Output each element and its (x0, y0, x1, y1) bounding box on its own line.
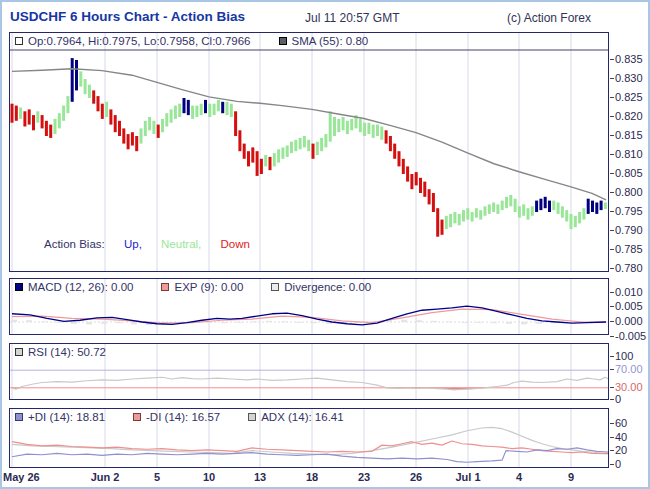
y-tick-label: 0.830 (615, 72, 643, 84)
x-tick-label: 9 (568, 471, 574, 483)
x-tick-label: 26 (410, 471, 422, 483)
adx-legend-label: ADX (14): 16.41 (261, 411, 343, 423)
x-tick-label: 10 (203, 471, 215, 483)
action-bias-neutral-label: Neutral, (161, 238, 201, 250)
action-bias-label: Action Bias: (44, 238, 105, 250)
x-tick-label: 5 (154, 471, 160, 483)
minus-di-legend-swatch-icon (133, 413, 141, 421)
rsi-legend-item: RSI (14): 50.72 (15, 346, 106, 358)
di-adx-legend: +DI (14): 18.81 -DI (14): 16.57 ADX (14)… (15, 411, 344, 423)
page-title: USDCHF 6 Hours Chart - Action Bias (10, 9, 245, 24)
rsi-legend: RSI (14): 50.72 (15, 346, 106, 358)
divergence-legend-item: Divergence: 0.00 (271, 281, 371, 293)
divergence-legend-swatch-icon (271, 283, 279, 291)
rsi-legend-swatch-icon (15, 348, 23, 356)
macd-y-axis: 0.0100.0050.000-0.005 (611, 278, 650, 340)
y-tick-label: 0.835 (615, 53, 643, 65)
minus-di-legend-item: -DI (14): 16.57 (133, 411, 220, 423)
divergence-legend-label: Divergence: 0.00 (284, 281, 371, 293)
ohlc-legend-item: Op:0.7964, Hi:0.7975, Lo:0.7958, Cl:0.79… (15, 35, 251, 47)
exp-legend-label: EXP (9): 0.00 (174, 281, 243, 293)
minus-di-legend-label: -DI (14): 16.57 (146, 411, 220, 423)
plus-di-legend-label: +DI (14): 18.81 (28, 411, 105, 423)
y-tick-label: 0.820 (615, 110, 643, 122)
macd-panel: MACD (12, 26): 0.00 EXP (9): 0.00 Diverg… (9, 278, 609, 335)
rsi-legend-label: RSI (14): 50.72 (28, 346, 106, 358)
main-y-axis: 0.8350.8300.8250.8200.8150.8100.8050.800… (611, 32, 650, 272)
y-tick-label: 100 (615, 350, 633, 362)
x-tick-label: May 26 (3, 471, 40, 483)
x-tick-label: 4 (516, 471, 522, 483)
main-chart-legend: Op:0.7964, Hi:0.7975, Lo:0.7958, Cl:0.79… (15, 35, 368, 47)
macd-legend-item: MACD (12, 26): 0.00 (15, 281, 133, 293)
chart-timestamp: Jul 11 20:57 GMT (305, 11, 400, 25)
candlestick-plot (10, 33, 608, 271)
y-tick-label: 70.00 (615, 363, 643, 375)
x-tick-label: 23 (358, 471, 370, 483)
macd-legend-swatch-icon (15, 283, 23, 291)
y-tick-label: 0.810 (615, 148, 643, 160)
action-bias-down-label: Down (221, 238, 250, 250)
macd-legend-label: MACD (12, 26): 0.00 (28, 281, 133, 293)
plus-di-legend-swatch-icon (15, 413, 23, 421)
sma-legend-item: SMA (55): 0.80 (279, 35, 369, 47)
y-tick-label: 0.005 (615, 300, 643, 312)
action-bias-key: Action Bias: Up, Neutral, Down (44, 238, 250, 250)
di-adx-panel: +DI (14): 18.81 -DI (14): 16.57 ADX (14)… (9, 408, 609, 468)
x-tick-label: Jul 1 (455, 471, 480, 483)
x-axis: May 26Jun 251013182326Jul 149 (2, 471, 650, 489)
action-bias-up-label: Up, (124, 238, 142, 250)
exp-legend-item: EXP (9): 0.00 (161, 281, 243, 293)
y-tick-label: 0.815 (615, 129, 643, 141)
rsi-panel: RSI (14): 50.72 (9, 343, 609, 400)
plus-di-legend-item: +DI (14): 18.81 (15, 411, 105, 423)
sma-legend-swatch-icon (279, 37, 287, 45)
y-tick-label: -0.005 (615, 330, 646, 342)
exp-legend-swatch-icon (161, 283, 169, 291)
y-tick-label: 0.795 (615, 205, 643, 217)
y-tick-label: 0.780 (615, 262, 643, 274)
y-tick-label: 0.785 (615, 243, 643, 255)
y-tick-label: 40 (615, 431, 627, 443)
y-tick-label: 0 (615, 458, 621, 470)
ohlc-legend-swatch-icon (15, 37, 23, 45)
y-tick-label: 30.00 (615, 381, 643, 393)
copyright-label: (c) Action Forex (507, 11, 591, 25)
main-chart-panel: Op:0.7964, Hi:0.7975, Lo:0.7958, Cl:0.79… (9, 32, 609, 272)
y-tick-label: 20 (615, 444, 627, 456)
sma-legend-label: SMA (55): 0.80 (292, 35, 369, 47)
adx-legend-swatch-icon (248, 413, 256, 421)
adx-legend-item: ADX (14): 16.41 (248, 411, 343, 423)
y-tick-label: 60 (615, 417, 627, 429)
y-tick-label: 0.010 (615, 286, 643, 298)
x-tick-label: 13 (254, 471, 266, 483)
y-tick-label: 0.000 (615, 315, 643, 327)
y-tick-label: 0.790 (615, 224, 643, 236)
x-tick-label: 18 (306, 471, 318, 483)
x-tick-label: Jun 2 (91, 471, 120, 483)
y-tick-label: 0.800 (615, 186, 643, 198)
y-tick-label: 0.825 (615, 91, 643, 103)
di-y-axis: 6040200 (611, 408, 650, 470)
y-tick-label: 0 (615, 393, 621, 405)
rsi-y-axis: 10070.0030.000 (611, 343, 650, 403)
macd-legend: MACD (12, 26): 0.00 EXP (9): 0.00 Diverg… (15, 281, 371, 293)
ohlc-legend-label: Op:0.7964, Hi:0.7975, Lo:0.7958, Cl:0.79… (28, 35, 251, 47)
usdchf-action-bias-chart: { "header": { "title": "USDCHF 6 Hours C… (0, 0, 650, 489)
y-tick-label: 0.805 (615, 167, 643, 179)
